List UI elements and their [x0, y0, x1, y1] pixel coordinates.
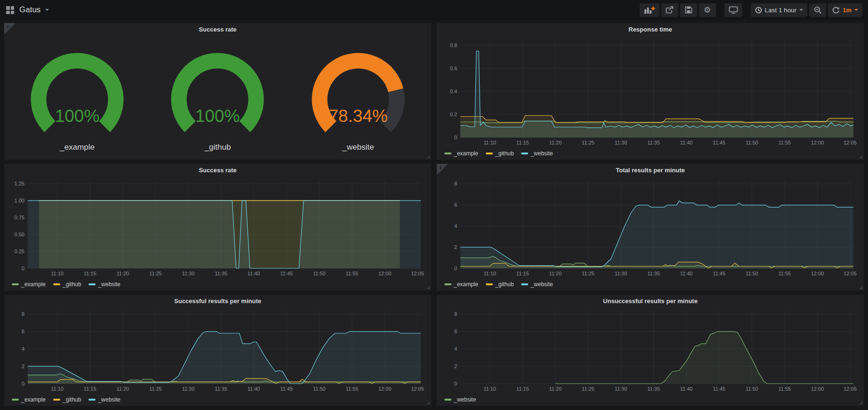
x-tick-label: 11:25	[582, 271, 595, 276]
x-tick-label: 11:35	[647, 140, 660, 145]
save-button[interactable]	[680, 3, 697, 17]
add-panel-button[interactable]	[640, 3, 659, 17]
legend-marker[interactable]	[88, 399, 96, 401]
gauge-arc: 100%	[149, 48, 286, 142]
y-tick-label: 1.00	[15, 198, 24, 203]
successful-results-chart: 0246811:1011:1511:2011:2511:3011:3511:40…	[7, 307, 428, 394]
legend-marker[interactable]	[444, 153, 451, 154]
legend-item-_example[interactable]: _example	[444, 281, 478, 288]
x-tick-label: 11:45	[713, 386, 725, 392]
legend-label[interactable]: _github	[63, 396, 81, 403]
legend-label[interactable]: _example	[454, 150, 478, 157]
time-range-picker[interactable]: Last 1 hour	[751, 3, 808, 17]
x-tick-label: 11:55	[779, 386, 791, 392]
settings-button[interactable]: ⚙	[699, 3, 716, 17]
legend-item-_website[interactable]: _website	[444, 396, 476, 403]
panel-info-corner[interactable]	[437, 164, 448, 175]
legend-item-_example[interactable]: _example	[12, 281, 46, 288]
panel-resize-handle[interactable]	[860, 155, 862, 158]
x-tick-label: 11:20	[549, 386, 562, 392]
legend-marker[interactable]	[444, 399, 451, 401]
legend-marker[interactable]	[12, 399, 19, 401]
legend-item-_website[interactable]: _website	[521, 150, 553, 157]
legend-label[interactable]: _website	[530, 281, 553, 288]
panel-resize-handle[interactable]	[427, 402, 430, 404]
legend-label[interactable]: _example	[21, 396, 46, 403]
y-tick-label: 2	[22, 363, 24, 369]
x-tick-label: 11:40	[680, 386, 693, 392]
legend-label[interactable]: _example	[454, 281, 478, 288]
legend-marker[interactable]	[486, 153, 493, 154]
x-tick-label: 12:00	[811, 140, 824, 145]
panel-resize-handle[interactable]	[427, 155, 430, 158]
share-button[interactable]	[661, 3, 678, 17]
gauge-arc: 78.34%	[290, 48, 426, 142]
x-tick-label: 11:35	[647, 271, 660, 276]
dashboard-title-caret-icon[interactable]	[45, 9, 49, 11]
legend-label[interactable]: _website	[98, 396, 120, 403]
legend-marker[interactable]	[53, 399, 60, 401]
legend-item-_example[interactable]: _example	[12, 396, 46, 403]
legend-label[interactable]: _website	[454, 396, 476, 403]
x-tick-label: 11:40	[248, 271, 260, 276]
refresh-picker[interactable]: 1m	[828, 3, 862, 17]
legend-item-_github[interactable]: _github	[486, 150, 514, 157]
legend-marker[interactable]	[521, 153, 528, 154]
panel-title[interactable]: Successful results per minute	[4, 295, 431, 307]
x-tick-label: 11:15	[84, 271, 96, 276]
panel-title[interactable]: Success rate	[4, 164, 431, 177]
y-tick-label: 1.25	[15, 181, 24, 186]
panel-resize-handle[interactable]	[860, 286, 862, 289]
legend-item-_github[interactable]: _github	[486, 281, 514, 288]
series-area-_website	[460, 201, 853, 268]
legend-marker[interactable]	[521, 283, 528, 285]
tv-mode-button[interactable]	[724, 3, 742, 17]
x-tick-label: 11:20	[116, 271, 129, 276]
legend-item-_website[interactable]: _website	[88, 281, 120, 288]
legend-label[interactable]: _example	[21, 281, 46, 288]
y-tick-label: 6	[454, 202, 457, 208]
x-tick-label: 11:35	[215, 271, 227, 276]
chart-legend: _example_github_website	[12, 280, 121, 289]
response-time-chart: 00.20.40.60.811:1011:1511:2011:2511:3011…	[440, 36, 861, 147]
panel-title[interactable]: Success rate	[4, 23, 431, 36]
legend-marker[interactable]	[444, 283, 451, 285]
x-tick-label: 11:20	[116, 386, 129, 392]
panel-title[interactable]: Unsuccessful results per minute	[437, 295, 864, 307]
panel-resize-handle[interactable]	[427, 286, 430, 289]
x-tick-label: 11:40	[680, 271, 693, 276]
zoom-out-button[interactable]	[809, 3, 826, 17]
legend-item-_github[interactable]: _github	[53, 281, 81, 288]
legend-item-_example[interactable]: _example	[444, 150, 478, 157]
y-tick-label: 0.75	[15, 215, 24, 220]
chart-svg: 0246811:1011:1511:2011:2511:3011:3511:40…	[440, 177, 861, 278]
dashboard-title[interactable]: Gatus	[19, 5, 40, 15]
x-tick-label: 11:55	[779, 140, 791, 145]
legend-marker[interactable]	[53, 283, 60, 285]
x-tick-label: 11:20	[549, 271, 562, 276]
panel-title[interactable]: Response time	[437, 23, 864, 36]
legend-label[interactable]: _website	[98, 281, 120, 288]
legend-label[interactable]: _github	[63, 281, 81, 288]
dashboard-grid-icon[interactable]	[6, 6, 15, 15]
panel-info-corner[interactable]	[4, 23, 16, 34]
legend-label[interactable]: _github	[495, 281, 514, 288]
legend-label[interactable]: _website	[530, 150, 553, 157]
chart-legend: _example_github_website	[444, 280, 553, 289]
legend-item-_github[interactable]: _github	[53, 396, 81, 403]
legend-marker[interactable]	[12, 283, 19, 285]
x-tick-label: 11:45	[280, 386, 293, 392]
x-tick-label: 11:10	[51, 271, 64, 276]
y-tick-label: 6	[22, 329, 24, 334]
x-tick-label: 11:25	[582, 140, 595, 145]
x-tick-label: 11:45	[713, 140, 725, 145]
legend-label[interactable]: _github	[495, 150, 514, 157]
legend-item-_website[interactable]: _website	[521, 281, 553, 288]
panel-resize-handle[interactable]	[860, 402, 862, 404]
legend-marker[interactable]	[88, 283, 96, 285]
legend-marker[interactable]	[486, 283, 493, 285]
y-tick-label: 0.25	[15, 249, 24, 254]
gauge-label: _website	[342, 143, 374, 152]
legend-item-_website[interactable]: _website	[88, 396, 120, 403]
panel-title[interactable]: Total results per minute	[437, 164, 864, 177]
